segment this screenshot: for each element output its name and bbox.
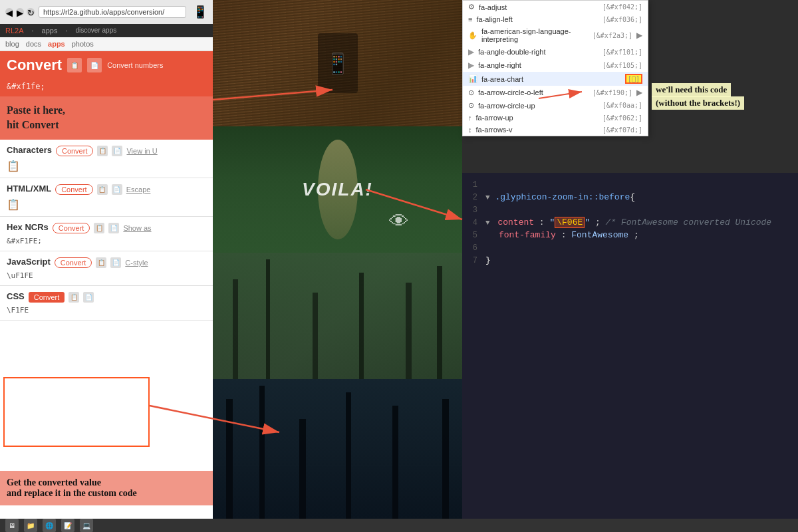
html-convert-btn[interactable]: Convert: [55, 184, 93, 195]
fa-angle-dbl-right-code: [&#xf101;]: [602, 49, 642, 56]
dropdown-item-fa-arrow-circle-o-left[interactable]: ⊙ fa-arrow-circle-o-left [&#xf190;] ▶: [463, 86, 648, 99]
fa-arrow-circle-o-left-text: fa-arrow-circle-o-left: [478, 88, 589, 96]
fa-angle-right-code: [&#xf105;]: [602, 62, 642, 69]
nav-apps[interactable]: apps: [48, 40, 65, 48]
right-panel: ⚙ fa-adjust [&#xf042;] ≡ fa-align-left […: [462, 0, 798, 532]
fa-arrows-v-text: fa-arrows-v: [476, 126, 598, 134]
fa-area-chart-icon: 📊: [468, 74, 477, 83]
html-paste-btn[interactable]: 📄: [112, 184, 122, 195]
css-prop-content: content: [497, 217, 534, 227]
editor-line-3: 3: [462, 203, 798, 216]
html-escape-link[interactable]: Escape: [126, 186, 151, 194]
fa-asl-arrow: ▶: [636, 31, 642, 40]
editor-line-1: 1: [462, 178, 798, 191]
convert-header: Convert 📋 📄 Convert numbers: [0, 51, 213, 79]
taskbar: 🖥 📁 🌐 📝 💻: [0, 519, 798, 532]
fa-arrow-up-text: fa-arrow-up: [476, 114, 598, 122]
fa-arrow-circle-up-icon: ⊙: [468, 101, 474, 110]
characters-view-link[interactable]: View in U: [126, 147, 157, 155]
handwritten-line2: hit Convert: [7, 118, 206, 132]
editor-line-7: 7 }: [462, 254, 798, 267]
dropdown-item-fa-arrow-circle-up[interactable]: ⊙ fa-arrow-circle-up [&#xf0aa;]: [463, 99, 648, 112]
dropdown-item-fa-area-chart[interactable]: 📊 fa-area-chart []: [463, 72, 648, 86]
handwritten-line1: Paste it here,: [7, 103, 206, 118]
fa-area-chart-text: fa-area-chart: [481, 75, 621, 83]
dropdown-item-fa-angle-dbl-right[interactable]: ▶ fa-angle-double-right [&#xf101;]: [463, 45, 648, 59]
fa-arrow-up-code: [&#xf062;]: [602, 114, 642, 122]
hex-paste-btn[interactable]: 📄: [108, 223, 119, 233]
bg-image-wood: 📱: [213, 0, 462, 126]
fa-align-left-text: fa-align-left: [476, 15, 598, 23]
taskbar-icon-2[interactable]: 📁: [24, 519, 37, 532]
characters-convert-btn[interactable]: Convert: [56, 146, 94, 156]
editor-line-2: 2 ▼ .glyphicon-zoom-in::before{: [462, 191, 798, 203]
hw-bottom-line2: and replace it in the custom code: [7, 488, 206, 499]
handwritten-overlay: Paste it here, hit Convert: [0, 96, 213, 140]
dropdown-item-fa-arrow-up[interactable]: ↑ fa-arrow-up [&#xf062;]: [463, 112, 648, 124]
characters-label: Characters: [7, 145, 52, 155]
css-value-fontawesome: FontAwesome: [571, 230, 628, 240]
browser-refresh-btn[interactable]: ↻: [27, 8, 35, 16]
line-num-2: 2: [462, 192, 485, 202]
hw-bottom-line1: Get the converted value: [7, 477, 206, 488]
dropdown-item-fa-adjust[interactable]: ⚙ fa-adjust [&#xf042;]: [463, 1, 648, 13]
css-copy-btn[interactable]: 📋: [68, 292, 79, 303]
js-label: JavaScript: [7, 257, 51, 267]
url-bar[interactable]: [39, 6, 186, 18]
taskbar-icon-1[interactable]: 🖥: [5, 519, 19, 532]
nav-blog[interactable]: blog: [5, 40, 19, 48]
hex-copy-btn[interactable]: 📋: [94, 223, 104, 233]
fold-indicator: ▼: [485, 194, 490, 201]
fa-arrow-up-icon: ↑: [468, 114, 472, 122]
fa-arrow-circle-o-left-arrow: ▶: [636, 88, 642, 97]
paste-header-btn[interactable]: 📄: [87, 58, 102, 72]
css-prop-font-family: font-family: [499, 230, 556, 240]
css-value: \F1FE: [7, 306, 206, 315]
copy-header-btn[interactable]: 📋: [67, 58, 82, 72]
editor-lines: 1 2 ▼ .glyphicon-zoom-in::before{ 3 4 ▼ …: [462, 173, 798, 272]
nav-docs[interactable]: docs: [26, 40, 41, 48]
dropdown-item-fa-arrows-v[interactable]: ↕ fa-arrows-v [&#xf07d;]: [463, 124, 648, 136]
mobile-icon-btn: 📱: [193, 5, 207, 19]
characters-paste-btn[interactable]: 📄: [112, 146, 122, 156]
js-convert-btn[interactable]: Convert: [55, 257, 92, 268]
convert-subtitle: Convert numbers: [107, 61, 206, 69]
html-value: 📋: [7, 198, 206, 211]
css-convert-btn[interactable]: Convert: [29, 292, 65, 303]
editor-line-6: 6: [462, 241, 798, 254]
html-copy-btn[interactable]: 📋: [97, 184, 108, 195]
characters-copy-btn[interactable]: 📋: [97, 146, 108, 156]
nav-bar: RL2A · apps · discover apps: [0, 24, 213, 37]
taskbar-icon-5[interactable]: 💻: [80, 519, 93, 532]
hex-show-link[interactable]: Show as: [123, 224, 151, 232]
hex-controls: Hex NCRs Convert 📋 📄 Show as: [7, 222, 206, 235]
hex-convert-btn[interactable]: Convert: [53, 223, 90, 233]
browser-bar: ◀ ▶ ↻ 📱: [0, 0, 213, 24]
section-css: CSS Convert 📋 📄 \F1FE: [0, 286, 213, 321]
fa-asl-text: fa-american-sign-language-interpreting: [481, 27, 589, 43]
js-paste-btn[interactable]: 📄: [110, 257, 121, 268]
fa-arrow-circle-up-code: [&#xf0aa;]: [602, 102, 642, 109]
hex-label: Hex NCRs: [7, 222, 49, 232]
nav-item-apps[interactable]: apps: [42, 27, 58, 35]
dropdown-item-fa-align-left[interactable]: ≡ fa-align-left [&#xf036;]: [463, 13, 648, 25]
nav-item-rl2a[interactable]: RL2A: [5, 27, 24, 35]
section-hex: Hex NCRs Convert 📋 📄 Show as &#xF1FE;: [0, 217, 213, 251]
fa-arrows-v-icon: ↕: [468, 126, 472, 134]
code-editor: 1 2 ▼ .glyphicon-zoom-in::before{ 3 4 ▼ …: [462, 173, 798, 532]
html-label: HTML/XML: [7, 184, 51, 194]
taskbar-icon-3[interactable]: 🌐: [43, 519, 56, 532]
characters-value: 📋: [7, 160, 206, 172]
taskbar-icon-4[interactable]: 📝: [61, 519, 74, 532]
browser-back-btn[interactable]: ◀: [5, 8, 13, 16]
nav-photos[interactable]: photos: [72, 40, 94, 48]
bg-image-dark-forest: [213, 379, 462, 519]
js-cstyle-link[interactable]: C-style: [125, 259, 148, 267]
convert-title: Convert: [7, 57, 62, 74]
dropdown-item-fa-asl[interactable]: ✋ fa-american-sign-language-interpreting…: [463, 25, 648, 45]
fa-arrows-v-code: [&#xf07d;]: [602, 126, 642, 134]
dropdown-item-fa-angle-right[interactable]: ▶ fa-angle-right [&#xf105;]: [463, 59, 648, 72]
css-paste-btn[interactable]: 📄: [83, 292, 94, 303]
js-copy-btn[interactable]: 📋: [96, 257, 106, 268]
browser-forward-btn[interactable]: ▶: [16, 8, 24, 16]
